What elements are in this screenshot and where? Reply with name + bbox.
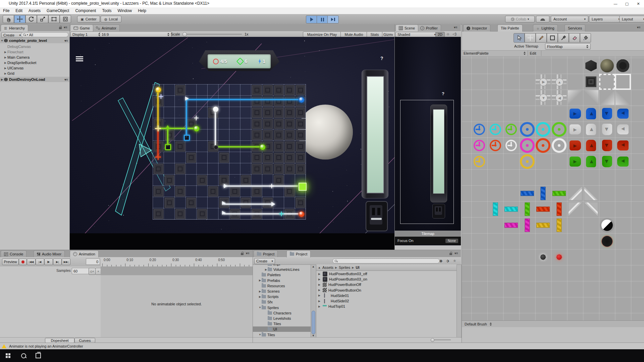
last-key-button[interactable]: ▶▶| bbox=[62, 258, 70, 265]
project-search-input[interactable] bbox=[332, 258, 440, 263]
tile-mine-dark[interactable] bbox=[538, 252, 548, 262]
tile-strip-cyan-h[interactable] bbox=[504, 207, 518, 212]
expand-arrow[interactable]: ▶ bbox=[318, 294, 321, 297]
palette-select-dropdown[interactable]: ElementPalette bbox=[462, 51, 528, 56]
hierarchy-search-input[interactable]: ▾ All bbox=[21, 32, 68, 37]
tile-ring-blue[interactable] bbox=[520, 122, 535, 137]
hierarchy-row[interactable]: ▼complete_proto_level▾≡ bbox=[0, 38, 69, 43]
tile-ring-yellow[interactable] bbox=[520, 154, 535, 169]
file-hudpowerbuttonoff[interactable]: ▶HudPowerButtonOff bbox=[316, 282, 457, 287]
transform-tool-button[interactable] bbox=[60, 15, 71, 23]
play-button[interactable] bbox=[306, 15, 317, 23]
tile-ring-white[interactable] bbox=[552, 138, 567, 153]
tile-noz-blue-right[interactable]: ▶ bbox=[570, 109, 581, 119]
scene-menu-icon[interactable]: ▾≡ bbox=[64, 78, 68, 81]
project-tree-scrollbar[interactable]: ▲ ▼ bbox=[311, 264, 316, 338]
tile-strip-green-v[interactable] bbox=[525, 202, 530, 216]
collapse-icon[interactable]: ▲ bbox=[318, 266, 321, 269]
tile-pipe-left[interactable]: ◀ bbox=[552, 90, 567, 105]
scale-slider-track[interactable] bbox=[183, 34, 242, 35]
move-tile-tool-button[interactable] bbox=[525, 33, 536, 43]
expand-arrow[interactable]: ▶ bbox=[258, 290, 262, 293]
fill-tool-button[interactable] bbox=[580, 33, 591, 43]
scene-lighting-icon[interactable]: ☼ bbox=[446, 32, 450, 36]
project-folder-palettes[interactable]: Palettes bbox=[253, 272, 311, 278]
tile-tri-d[interactable] bbox=[615, 90, 630, 105]
asset-tag-icon[interactable]: ⬗ bbox=[446, 258, 449, 263]
tile-cross-red[interactable] bbox=[490, 140, 501, 151]
hud-power-button[interactable] bbox=[366, 201, 388, 231]
tile-noz-red-right[interactable]: ▶ bbox=[570, 140, 581, 150]
picker-tool-button[interactable] bbox=[558, 33, 569, 43]
tab-lighting[interactable]: ☼ Lighting bbox=[533, 24, 558, 32]
step-button[interactable] bbox=[327, 15, 339, 23]
tab-services[interactable]: Services bbox=[565, 24, 585, 32]
start-button[interactable] bbox=[0, 349, 16, 362]
active-tilemap-dropdown[interactable]: FloorMap bbox=[545, 43, 591, 50]
scene-menu-icon[interactable]: ▾≡ bbox=[64, 39, 68, 43]
tile-pipe-up[interactable]: ▲ bbox=[552, 74, 567, 89]
puzzle-grid[interactable] bbox=[153, 84, 306, 220]
project-folder-tiles[interactable]: Tiles bbox=[253, 321, 311, 326]
tile-noz-green-up[interactable]: ▶ bbox=[586, 156, 596, 167]
hierarchy-item-debugcanvas[interactable]: DebugCanvas bbox=[7, 45, 31, 49]
tile-pipe-right[interactable]: ▶ bbox=[536, 74, 550, 89]
menu-help[interactable]: Help bbox=[135, 7, 149, 14]
expand-arrow[interactable]: ▶ bbox=[318, 283, 321, 286]
expand-arrow[interactable]: ▶ bbox=[3, 61, 7, 64]
taskbar-search-button[interactable] bbox=[16, 349, 31, 362]
frame-field[interactable]: 0 bbox=[86, 258, 100, 265]
hierarchy-row[interactable]: ▶DragSpriteBucket bbox=[0, 60, 69, 65]
project-folder-characters[interactable]: Characters bbox=[253, 310, 311, 316]
tile-sq-outline[interactable] bbox=[615, 74, 631, 90]
favorites-star-icon[interactable]: ★ bbox=[453, 258, 457, 263]
tile-noz-blue-up[interactable]: ▶ bbox=[586, 108, 596, 119]
tab-console[interactable]: Console bbox=[1, 250, 26, 257]
tile-strip-red-v[interactable] bbox=[557, 202, 562, 216]
tile-strip-green-h[interactable] bbox=[552, 191, 566, 196]
stats-button[interactable]: Stats bbox=[367, 32, 383, 37]
tile-palette-grid[interactable]: ▶▲▼◀▶▶▶▶▶▶▶▶▶▶▶▶▶▶▶▶ bbox=[462, 56, 644, 320]
menu-gameobject[interactable]: GameObject bbox=[44, 7, 72, 14]
tab-scene[interactable]: Scene bbox=[395, 24, 418, 32]
palette-edit-button[interactable]: Edit bbox=[525, 51, 541, 56]
expand-arrow[interactable]: ▶ bbox=[318, 273, 321, 276]
expand-arrow[interactable]: ▶ bbox=[318, 305, 321, 308]
file-hudpowerbutton03_off[interactable]: ▶HudPowerButton03_off bbox=[316, 271, 457, 277]
tile-noz-red-down[interactable]: ▶ bbox=[602, 140, 612, 151]
box-tool-button[interactable] bbox=[547, 33, 558, 43]
tile-noz-green-down[interactable]: ▶ bbox=[602, 156, 612, 167]
hierarchy-row[interactable]: ▶Flowchart bbox=[0, 49, 69, 55]
project-files-scrollbar[interactable] bbox=[457, 264, 462, 338]
tile-cross-yellow[interactable] bbox=[474, 156, 485, 167]
hierarchy-item-main camera[interactable]: Main Camera bbox=[7, 55, 30, 59]
tile-cross-cyan[interactable] bbox=[490, 124, 501, 135]
tile-disc[interactable] bbox=[616, 59, 629, 72]
tab-audio-mixer[interactable]: Audio Mixer bbox=[34, 250, 65, 257]
expand-arrow[interactable]: ▶ bbox=[258, 279, 262, 282]
first-key-button[interactable]: |◀◀ bbox=[27, 258, 36, 265]
tile-cross-white[interactable] bbox=[505, 140, 517, 151]
tile-noz-green-right[interactable]: ▶ bbox=[570, 157, 581, 167]
breadcrumb-sprites[interactable]: Sprites bbox=[339, 265, 350, 269]
tile-strip-blue-h[interactable] bbox=[521, 191, 534, 196]
rect-tool-button[interactable] bbox=[48, 15, 60, 23]
status-bar[interactable]: Animator is not playing an AnimatorContr… bbox=[0, 343, 644, 350]
pivot-local-button[interactable]: ◍ Local bbox=[101, 16, 121, 22]
project-folder-prefabs[interactable]: ▶Prefabs bbox=[253, 278, 311, 283]
aspect-dropdown[interactable]: 16:9 bbox=[100, 32, 172, 37]
game-menu-icon[interactable] bbox=[76, 56, 83, 62]
scene-audio-icon[interactable]: ◁) bbox=[452, 32, 457, 36]
pause-button[interactable] bbox=[317, 15, 328, 23]
expand-arrow[interactable]: ▶ bbox=[3, 56, 7, 59]
mute-audio-button[interactable]: Mute Audio bbox=[340, 32, 367, 37]
maximize-on-play-button[interactable]: Maximize On Play bbox=[303, 32, 341, 37]
project-folder-sfx[interactable]: Sfx bbox=[253, 299, 311, 305]
minimize-button[interactable]: — bbox=[610, 0, 621, 7]
collab-button[interactable]: ✓ Collab ▾ bbox=[505, 16, 535, 22]
project-folder-tiles[interactable]: ▼Tiles bbox=[253, 332, 311, 337]
shading-dropdown[interactable]: Shaded▾ bbox=[395, 32, 438, 37]
tile-sq-tile[interactable] bbox=[586, 76, 596, 87]
pane-menu-icon[interactable]: ▾≡ bbox=[637, 25, 641, 29]
menu-file[interactable]: File bbox=[0, 7, 12, 14]
